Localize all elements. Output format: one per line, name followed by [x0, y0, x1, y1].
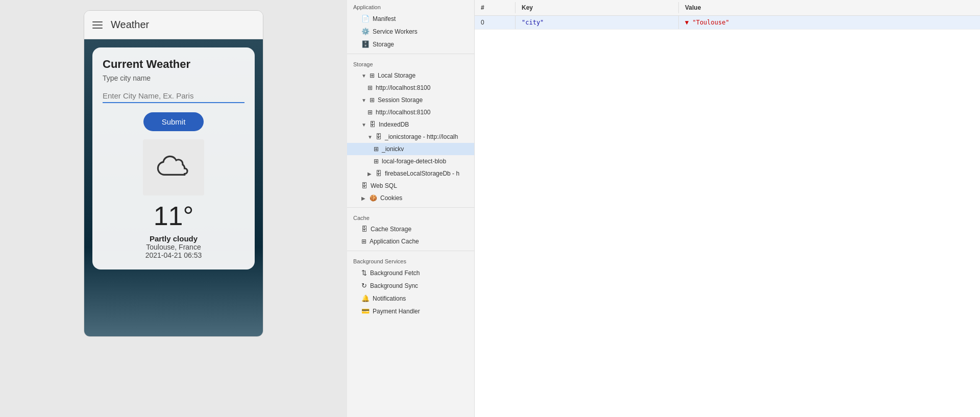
- weather-date: 2021-04-21 06:53: [145, 251, 202, 259]
- sidebar-item-bg-fetch[interactable]: ⇅ Background Fetch: [347, 266, 474, 279]
- sidebar-item-web-sql[interactable]: 🗄 Web SQL: [347, 180, 474, 192]
- arrow-icon-4: ▼: [368, 134, 373, 140]
- col-hash: #: [475, 2, 516, 13]
- section-label-background: Background Services: [347, 254, 474, 266]
- weather-desc: Partly cloudy: [150, 234, 198, 243]
- sidebar-item-app-cache[interactable]: ⊞ Application Cache: [347, 235, 474, 248]
- section-label-storage: Storage: [347, 57, 474, 69]
- bell-icon: 🔔: [361, 295, 370, 302]
- divider-2: [347, 207, 474, 208]
- submit-button[interactable]: Submit: [143, 112, 204, 131]
- payment-icon: 💳: [361, 307, 370, 315]
- sidebar-item-notifications[interactable]: 🔔 Notifications: [347, 292, 474, 305]
- app-title: Weather: [111, 19, 149, 31]
- weather-location: Toulouse, France: [146, 243, 201, 251]
- cookie-icon: 🍪: [370, 194, 377, 202]
- sync-icon: ↻: [361, 282, 367, 289]
- sidebar-item-ionickv[interactable]: ⊞ _ionickv: [347, 143, 474, 155]
- col-key: Key: [516, 2, 679, 13]
- db-icon: 🗄️: [361, 40, 370, 48]
- cell-row-key: "city": [516, 16, 679, 29]
- arrow-icon-6: ▶: [361, 195, 366, 201]
- table-icon-5: ⊞: [374, 145, 379, 153]
- sidebar-item-forage[interactable]: ⊞ local-forage-detect-blob: [347, 155, 474, 167]
- sidebar-item-manifest[interactable]: 📄 Manifest: [347, 12, 474, 25]
- weather-card-title: Current Weather: [103, 58, 190, 71]
- sidebar-item-firebase[interactable]: ▶ 🗄 firebaseLocalStorageDb - h: [347, 167, 474, 180]
- db-icon-6: 🗄: [361, 226, 368, 233]
- table-icon-6: ⊞: [374, 158, 379, 165]
- menu-icon[interactable]: [92, 21, 103, 29]
- sidebar-item-bg-sync[interactable]: ↻ Background Sync: [347, 279, 474, 292]
- arrow-icon-5: ▶: [368, 171, 373, 177]
- divider-3: [347, 251, 474, 251]
- table-row[interactable]: 0 "city" ▼ "Toulouse": [475, 16, 980, 30]
- sidebar-item-cache-storage[interactable]: 🗄 Cache Storage: [347, 223, 474, 235]
- city-input[interactable]: [103, 89, 244, 103]
- file-icon: 📄: [361, 15, 370, 22]
- city-label: Type city name: [103, 74, 151, 82]
- table-icon-4: ⊞: [368, 109, 373, 116]
- app-toolbar: Weather: [84, 11, 263, 39]
- sidebar-item-ionicstorage[interactable]: ▼ 🗄 _ionicstorage - http://localh: [347, 131, 474, 143]
- sidebar-item-indexed-db[interactable]: ▼ 🗄 IndexedDB: [347, 118, 474, 131]
- db-icon-3: 🗄: [376, 133, 382, 140]
- sidebar-item-service-workers[interactable]: ⚙️ Service Workers: [347, 25, 474, 38]
- arrow-icon-3: ▼: [361, 122, 366, 128]
- section-label-application: Application: [347, 0, 474, 12]
- sidebar-item-local-storage-url[interactable]: ⊞ http://localhost:8100: [347, 82, 474, 94]
- app-content: Current Weather Type city name Submit 11…: [84, 39, 263, 336]
- table-icon-7: ⊞: [361, 238, 366, 245]
- sidebar-item-storage[interactable]: 🗄️ Storage: [347, 38, 474, 51]
- temperature: 11°: [154, 201, 194, 231]
- db-icon-5: 🗄: [361, 182, 368, 189]
- gear-icon: ⚙️: [361, 28, 370, 35]
- table-header: # Key Value: [475, 0, 980, 16]
- cell-row-hash: 0: [475, 16, 516, 29]
- sidebar-item-cookies[interactable]: ▶ 🍪 Cookies: [347, 192, 474, 204]
- devtools-main: # Key Value 0 "city" ▼ "Toulouse": [475, 0, 980, 417]
- sidebar-item-local-storage[interactable]: ▼ ⊞ Local Storage: [347, 69, 474, 82]
- section-label-cache: Cache: [347, 211, 474, 223]
- arrow-icon-2: ▼: [361, 97, 366, 103]
- app-preview-panel: Weather Current Weather Type city name S…: [0, 0, 347, 417]
- sidebar-item-payment[interactable]: 💳 Payment Handler: [347, 305, 474, 317]
- phone-frame: Weather Current Weather Type city name S…: [84, 10, 263, 337]
- db-icon-4: 🗄: [376, 170, 382, 177]
- devtools-sidebar: Application 📄 Manifest ⚙️ Service Worker…: [347, 0, 475, 417]
- sidebar-item-session-storage[interactable]: ▼ ⊞ Session Storage: [347, 94, 474, 106]
- table-icon: ⊞: [370, 72, 375, 79]
- weather-icon-box: [143, 139, 204, 195]
- cloud-icon: [155, 152, 192, 183]
- fetch-icon: ⇅: [361, 269, 367, 277]
- table-icon-2: ⊞: [368, 84, 373, 91]
- cell-row-value: ▼ "Toulouse": [679, 16, 980, 29]
- col-value: Value: [679, 2, 980, 13]
- weather-card: Current Weather Type city name Submit 11…: [92, 47, 255, 269]
- arrow-icon: ▼: [361, 73, 366, 79]
- db-icon-2: 🗄: [370, 121, 376, 128]
- divider-1: [347, 54, 474, 54]
- sidebar-item-session-storage-url[interactable]: ⊞ http://localhost:8100: [347, 106, 474, 118]
- table-icon-3: ⊞: [370, 96, 375, 104]
